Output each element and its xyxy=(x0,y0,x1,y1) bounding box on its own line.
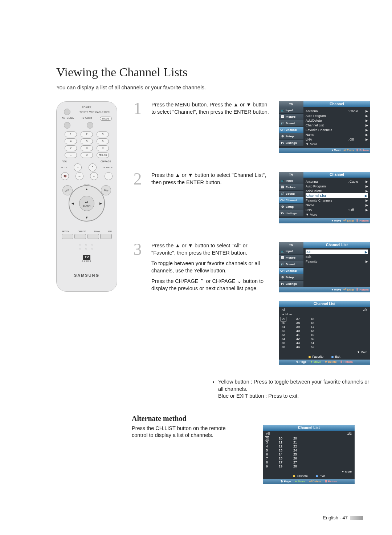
channel-item[interactable]: 13 xyxy=(279,449,282,453)
channel-item[interactable]: 3 xyxy=(266,441,268,445)
num-2[interactable]: 2 xyxy=(81,131,93,137)
channel-item[interactable]: 35 xyxy=(282,341,285,345)
channel-item[interactable]: 34 xyxy=(282,337,285,341)
osd-tab-picture[interactable]: 🖼Picture xyxy=(279,255,303,261)
osd-tab-channel[interactable]: CHChannel xyxy=(279,127,303,133)
osd-item[interactable]: ▼ More xyxy=(306,212,368,217)
channel-item[interactable]: 21 xyxy=(293,441,297,445)
osd-item[interactable]: Edit xyxy=(306,254,368,259)
mode-button[interactable]: MODE xyxy=(100,117,112,121)
osd-item[interactable]: All▶ xyxy=(306,250,368,254)
channel-item[interactable]: 6 xyxy=(266,453,268,457)
osd-tab-listings[interactable]: TVListings xyxy=(279,140,303,146)
channel-item[interactable]: 4 xyxy=(266,445,268,449)
tvguide-button[interactable] xyxy=(87,122,93,129)
channel-item[interactable]: 28 xyxy=(293,465,297,469)
osd-tab-channel[interactable]: CHChannel xyxy=(279,197,303,204)
channel-item[interactable]: 40 xyxy=(296,329,300,333)
channel-item[interactable]: 24 xyxy=(293,449,297,453)
more-down[interactable]: ▼ More xyxy=(279,350,370,355)
channel-item[interactable]: 14 xyxy=(279,453,282,457)
channel-item[interactable]: 20 xyxy=(293,437,297,441)
channel-item[interactable]: 44 xyxy=(296,345,300,349)
channel-item[interactable]: 51 xyxy=(311,341,314,345)
ch-up-button[interactable]: ⌃ xyxy=(89,163,97,171)
prech-button[interactable]: PRE-CH xyxy=(97,152,109,158)
num-5[interactable]: 5 xyxy=(81,138,93,144)
osd-item[interactable]: Channel List▶ xyxy=(306,193,368,198)
osd-item[interactable]: LNA: Off▶ xyxy=(306,137,368,142)
osd-tab-setup[interactable]: ⚙Setup xyxy=(279,274,303,281)
osd-item[interactable]: ▼ More xyxy=(306,142,368,146)
osd-tab-sound[interactable]: 🔊Sound xyxy=(279,191,303,197)
osd-item[interactable]: Auto Program▶ xyxy=(306,113,368,118)
channel-item[interactable]: 8 xyxy=(266,461,268,465)
blue-button[interactable] xyxy=(100,234,112,239)
channel-item[interactable]: 38 xyxy=(296,321,300,325)
osd-tab-setup[interactable]: ⚙Setup xyxy=(279,133,303,140)
channel-item[interactable]: 49 xyxy=(311,333,314,337)
red-button[interactable] xyxy=(62,234,73,239)
nav-left-icon[interactable]: ◀ xyxy=(72,202,74,205)
channel-item[interactable]: 50 xyxy=(311,337,314,341)
channel-item[interactable]: 45 xyxy=(311,317,314,321)
num-0[interactable]: 0 xyxy=(81,152,93,158)
mute-button[interactable]: 🔇 xyxy=(61,172,69,180)
osd-tab-listings[interactable]: TVListings xyxy=(279,210,303,217)
num-dash[interactable]: – xyxy=(65,152,77,158)
nav-right-icon[interactable]: ▶ xyxy=(99,202,102,205)
num-6[interactable]: 6 xyxy=(97,138,109,144)
ch-down-button[interactable]: ⌄ xyxy=(90,172,98,180)
num-9[interactable]: 9 xyxy=(97,145,109,151)
num-7[interactable]: 7 xyxy=(65,145,77,151)
osd-tab-listings[interactable]: TVListings xyxy=(279,281,303,287)
channel-item[interactable]: 46 xyxy=(311,321,314,325)
channel-item[interactable]: 15 xyxy=(279,457,282,461)
channel-item[interactable]: 52 xyxy=(311,345,314,349)
channel-item[interactable]: 30 xyxy=(282,321,285,325)
channel-item[interactable]: 39 xyxy=(296,325,300,329)
channel-item[interactable]: 9 xyxy=(266,465,268,469)
osd-tab-input[interactable]: 📺Input xyxy=(279,107,303,114)
osd-item[interactable]: Name▶ xyxy=(306,203,368,207)
more-down[interactable]: ▼ More xyxy=(263,470,355,474)
osd-tab-input[interactable]: 📺Input xyxy=(279,248,303,255)
channel-item[interactable]: 33 xyxy=(282,333,285,337)
osd-item[interactable]: LNA: Off▶ xyxy=(306,207,368,212)
osd-item[interactable]: Antenna: Cable▶ xyxy=(306,179,368,184)
yellow-button[interactable] xyxy=(87,234,99,239)
osd-item[interactable]: Favorite▶ xyxy=(306,259,368,264)
osd-tab-setup[interactable]: ⚙Setup xyxy=(279,204,303,210)
channel-item[interactable]: 5 xyxy=(266,449,268,453)
enter-button[interactable]: ENTER xyxy=(79,196,94,211)
channel-item[interactable]: 43 xyxy=(296,341,300,345)
osd-item[interactable]: Auto Program▶ xyxy=(306,184,368,189)
num-3[interactable]: 3 xyxy=(97,131,109,137)
source-button[interactable] xyxy=(105,172,113,180)
channel-item[interactable]: 32 xyxy=(282,329,285,333)
vol-down-button[interactable]: – xyxy=(75,172,83,180)
osd-item[interactable]: Name▶ xyxy=(306,132,368,137)
green-button[interactable] xyxy=(74,234,86,239)
channel-item[interactable]: 11 xyxy=(279,441,282,445)
osd-tab-input[interactable]: 📺Input xyxy=(279,178,303,184)
channel-item[interactable]: 17 xyxy=(279,461,282,465)
channel-item[interactable]: 27 xyxy=(293,461,297,465)
osd-item[interactable]: Channel List▶ xyxy=(306,123,368,127)
osd-item[interactable]: Add/Delete▶ xyxy=(306,118,368,123)
osd-tab-channel[interactable]: CHChannel xyxy=(279,268,303,274)
power-button[interactable] xyxy=(64,109,70,115)
osd-tab-picture[interactable]: 🖼Picture xyxy=(279,114,303,120)
osd-item[interactable]: Add/Delete▶ xyxy=(306,189,368,193)
osd-tab-sound[interactable]: 🔊Sound xyxy=(279,261,303,268)
channel-item[interactable]: 12 xyxy=(279,445,282,449)
num-1[interactable]: 1 xyxy=(65,131,77,137)
channel-item[interactable]: 10 xyxy=(279,437,282,441)
channel-item[interactable]: 36 xyxy=(282,345,285,349)
channel-item[interactable]: 19 xyxy=(279,465,282,469)
num-8[interactable]: 8 xyxy=(81,145,93,151)
osd-item[interactable]: Favorite Channels▶ xyxy=(306,198,368,203)
channel-item[interactable]: 48 xyxy=(311,329,314,333)
channel-item[interactable]: 7 xyxy=(266,457,268,461)
channel-item[interactable]: 41 xyxy=(296,333,300,337)
